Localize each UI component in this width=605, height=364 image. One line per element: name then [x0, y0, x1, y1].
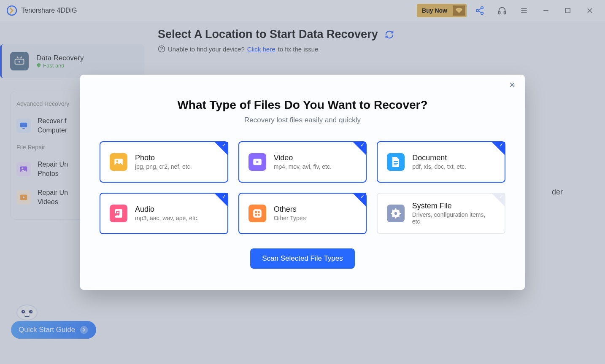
- file-type-modal: What Type of Files Do You Want to Recove…: [80, 75, 525, 290]
- check-icon: ✓: [222, 142, 226, 148]
- check-icon: ✓: [222, 194, 226, 200]
- file-type-card-system-file[interactable]: ✓System FileDrivers, configuration items…: [377, 193, 505, 234]
- card-desc: Drivers, configuration items, etc.: [412, 211, 495, 225]
- file-type-card-document[interactable]: ✓Documentpdf, xls, doc, txt, etc.: [377, 141, 505, 183]
- audio-icon: [110, 205, 127, 222]
- svg-rect-24: [394, 161, 398, 162]
- system-file-icon: [387, 205, 404, 222]
- file-type-card-audio[interactable]: ✓Audiomp3, aac, wav, ape, etc.: [100, 193, 228, 234]
- modal-title: What Type of Files Do You Want to Recove…: [100, 98, 505, 112]
- check-icon: ✓: [499, 142, 503, 148]
- check-icon: ✓: [360, 142, 365, 148]
- others-icon: [248, 205, 266, 222]
- card-title: Photo: [135, 154, 192, 162]
- file-type-card-others[interactable]: ✓OthersOther Types: [238, 193, 367, 234]
- card-desc: mp4, mov, avi, flv, etc.: [274, 163, 332, 170]
- svg-rect-26: [394, 164, 397, 165]
- card-desc: jpg, png, cr2, nef, etc.: [135, 163, 192, 170]
- svg-rect-32: [258, 214, 259, 216]
- photo-icon: [110, 153, 127, 171]
- svg-rect-30: [258, 211, 259, 213]
- file-type-card-grid: ✓Photojpg, png, cr2, nef, etc.✓Videomp4,…: [100, 141, 505, 234]
- card-title: Others: [274, 205, 306, 214]
- svg-point-34: [394, 212, 397, 215]
- modal-close-button[interactable]: [508, 81, 516, 89]
- card-desc: pdf, xls, doc, txt, etc.: [412, 163, 466, 170]
- check-icon: ✓: [360, 194, 365, 200]
- video-icon: [248, 153, 266, 171]
- card-title: Video: [274, 154, 332, 162]
- modal-subtitle: Recovery lost files easily and quickly: [100, 116, 505, 124]
- svg-rect-29: [255, 211, 257, 213]
- check-icon: ✓: [499, 194, 503, 200]
- svg-rect-31: [255, 214, 257, 216]
- card-title: Document: [412, 154, 466, 162]
- scan-button[interactable]: Scan Selected File Types: [250, 248, 355, 269]
- card-desc: mp3, aac, wav, ape, etc.: [135, 215, 199, 221]
- file-type-card-video[interactable]: ✓Videomp4, mov, avi, flv, etc.: [238, 141, 367, 183]
- card-desc: Other Types: [274, 215, 306, 221]
- svg-rect-25: [394, 163, 398, 164]
- svg-point-22: [116, 160, 118, 162]
- modal-overlay: What Type of Files Do You Want to Recove…: [0, 0, 605, 364]
- card-title: Audio: [135, 205, 199, 214]
- card-title: System File: [412, 202, 495, 210]
- document-icon: [387, 153, 405, 171]
- file-type-card-photo[interactable]: ✓Photojpg, png, cr2, nef, etc.: [100, 141, 228, 183]
- svg-rect-28: [253, 209, 262, 218]
